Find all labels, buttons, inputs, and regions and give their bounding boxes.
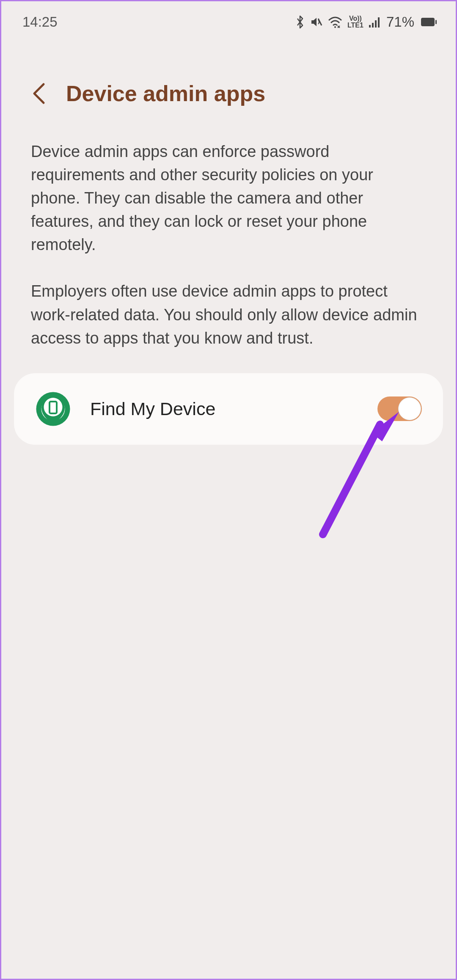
signal-icon (369, 17, 381, 28)
svg-rect-3 (372, 23, 374, 28)
status-time: 14:25 (22, 14, 58, 30)
battery-icon (421, 18, 435, 26)
wifi-icon (328, 16, 342, 28)
mute-icon (310, 16, 323, 28)
app-toggle[interactable] (377, 396, 422, 421)
description-para-2: Employers often use device admin apps to… (31, 280, 426, 350)
back-button[interactable] (31, 81, 47, 106)
status-icons: Vo)) LTE1 71% (295, 14, 435, 30)
page-description: Device admin apps can enforce password r… (1, 123, 456, 350)
svg-rect-4 (375, 20, 377, 28)
toggle-knob (398, 397, 421, 420)
app-list-item[interactable]: Find My Device (14, 373, 443, 445)
bluetooth-icon (295, 15, 305, 29)
app-name-label: Find My Device (90, 399, 358, 419)
description-para-1: Device admin apps can enforce password r… (31, 140, 426, 256)
svg-rect-5 (378, 17, 380, 28)
page-header: Device admin apps (1, 39, 456, 123)
page-title: Device admin apps (66, 81, 265, 106)
status-bar: 14:25 Vo)) LTE1 (1, 1, 456, 39)
svg-point-1 (334, 26, 336, 28)
volte-icon: Vo)) LTE1 (347, 15, 363, 29)
svg-rect-2 (369, 25, 371, 28)
battery-percent: 71% (386, 14, 414, 30)
find-my-device-icon (35, 391, 71, 427)
